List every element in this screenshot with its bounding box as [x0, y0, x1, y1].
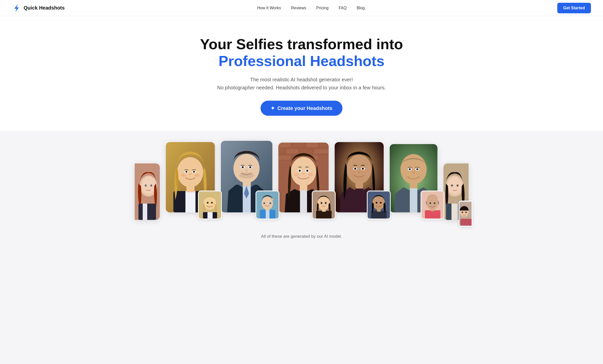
svg-point-79 [362, 168, 364, 170]
navbar: Quick Headshots How It Works Reviews Pri… [0, 0, 603, 16]
hero-heading: Your Selfies transformed into Profession… [6, 36, 597, 70]
svg-point-67 [317, 196, 330, 210]
svg-point-75 [346, 155, 372, 184]
svg-point-20 [194, 174, 199, 177]
photo-main-1 [135, 163, 160, 220]
photo-thumb-6 [421, 191, 444, 219]
svg-point-5 [145, 185, 146, 186]
sparkle-icon: ✦ [271, 105, 275, 111]
svg-point-34 [249, 166, 251, 168]
gallery-section: All of these are generated by our AI mod… [0, 131, 603, 254]
svg-point-30 [233, 154, 260, 183]
photo-group-1 [135, 163, 160, 220]
photo-group-2 [166, 142, 215, 212]
svg-rect-111 [451, 204, 458, 220]
svg-point-101 [429, 203, 431, 204]
get-started-button[interactable]: Get Started [557, 3, 591, 13]
portrait-1 [135, 163, 160, 220]
create-headshots-button[interactable]: ✦ Create your Headshots [261, 101, 342, 116]
svg-point-60 [299, 170, 301, 172]
portrait-thumb-3 [256, 191, 279, 219]
photo-group-7 [443, 163, 469, 220]
svg-point-61 [306, 170, 308, 172]
hero-subtitle-line1: The most realistic AI headshot generator… [250, 77, 353, 82]
svg-point-86 [376, 202, 377, 204]
svg-rect-46 [306, 143, 319, 148]
svg-rect-47 [319, 143, 329, 148]
svg-rect-73 [355, 187, 363, 212]
svg-point-87 [380, 202, 382, 204]
svg-point-108 [451, 185, 453, 186]
svg-point-81 [363, 170, 369, 174]
svg-point-69 [325, 203, 327, 204]
photo-group-3 [221, 141, 272, 212]
bolt-icon [12, 4, 21, 13]
cta-label: Create your Headshots [277, 105, 332, 111]
gallery-caption: All of these are generated by our AI mod… [0, 234, 603, 249]
svg-point-19 [181, 174, 186, 177]
nav-pricing[interactable]: Pricing [316, 6, 329, 10]
hero-subtitle-line2: No photographer needed. Headshots delive… [217, 85, 386, 90]
svg-point-94 [409, 168, 411, 170]
nav-how-it-works[interactable]: How It Works [257, 6, 281, 10]
svg-rect-38 [266, 210, 269, 219]
svg-point-115 [465, 212, 467, 213]
portrait-thumb-5 [368, 191, 390, 219]
svg-point-105 [448, 177, 462, 194]
svg-point-80 [349, 170, 355, 174]
svg-rect-55 [300, 189, 307, 212]
svg-rect-83 [371, 211, 387, 219]
svg-rect-45 [292, 143, 305, 148]
svg-point-63 [308, 173, 313, 176]
photo-group-5 [335, 142, 384, 212]
svg-point-114 [462, 212, 463, 213]
svg-point-85 [372, 196, 385, 210]
nav-reviews[interactable]: Reviews [291, 6, 306, 10]
nav-blog[interactable]: Blog [357, 6, 365, 10]
svg-point-35 [239, 172, 254, 178]
photo-group-4 [278, 143, 329, 212]
svg-point-2 [141, 177, 156, 194]
photo-thumb-2 [198, 191, 222, 219]
portrait-thumb-4 [313, 191, 335, 219]
hero-subtitle: The most realistic AI headshot generator… [6, 76, 597, 92]
svg-point-26 [211, 202, 213, 204]
logo-link[interactable]: Quick Headshots [12, 4, 65, 13]
portrait-thumb-6 [421, 191, 444, 219]
svg-rect-51 [314, 149, 329, 154]
nav-faq[interactable]: FAQ [339, 6, 347, 10]
photo-thumb-7 [459, 201, 472, 227]
svg-point-33 [242, 166, 244, 168]
svg-rect-44 [278, 143, 291, 148]
svg-point-109 [457, 185, 458, 186]
svg-point-17 [185, 171, 187, 173]
svg-point-95 [416, 168, 418, 170]
hero-title-line2: Professional Headshots [6, 52, 597, 70]
photo-thumb-5 [367, 191, 391, 219]
svg-rect-52 [278, 155, 291, 160]
portrait-thumb-7 [459, 201, 472, 226]
photo-thumb-3 [256, 191, 279, 219]
svg-rect-24 [207, 212, 213, 218]
svg-point-57 [291, 157, 316, 186]
svg-point-14 [177, 157, 203, 187]
svg-point-41 [263, 203, 265, 204]
svg-rect-49 [286, 149, 298, 154]
svg-rect-116 [460, 219, 472, 226]
photo-group-6 [390, 144, 437, 212]
svg-point-102 [434, 203, 435, 204]
svg-rect-12 [185, 191, 195, 212]
svg-rect-97 [425, 210, 440, 219]
svg-point-62 [294, 173, 299, 176]
svg-point-25 [207, 202, 209, 204]
svg-point-6 [150, 185, 152, 186]
gallery-row [0, 141, 603, 220]
hero-section: Your Selfies transformed into Profession… [0, 16, 603, 131]
hero-title-line1: Your Selfies transformed into [200, 36, 403, 52]
svg-point-68 [321, 203, 322, 204]
svg-rect-8 [143, 204, 147, 220]
svg-rect-48 [278, 149, 285, 154]
portrait-thumb-2 [199, 191, 221, 219]
svg-rect-50 [300, 149, 312, 154]
svg-point-42 [269, 203, 271, 204]
